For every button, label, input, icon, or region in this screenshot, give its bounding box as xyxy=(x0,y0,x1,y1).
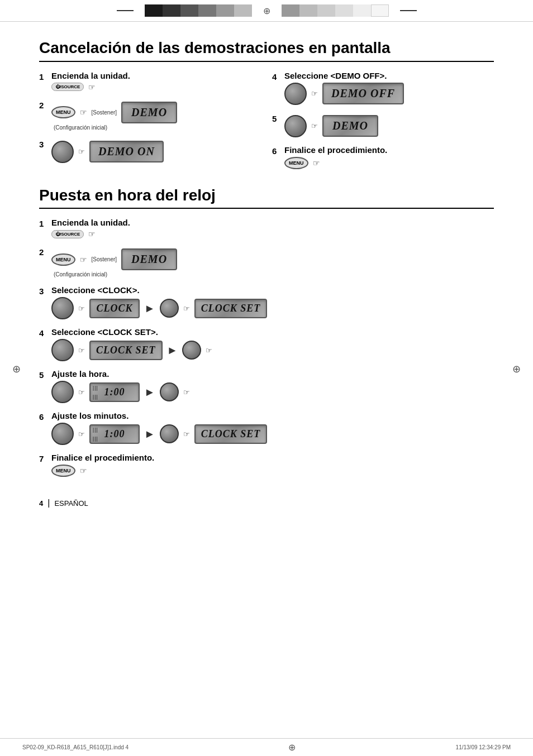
step-4: 4 Seleccione <DEMO OFF>. ☞ DEMO OFF xyxy=(272,71,494,105)
s2-hand-icon-1: ☞ xyxy=(88,229,96,238)
footer-crosshair: ⊕ xyxy=(288,742,296,753)
section1-left: 1 Encienda la unidad. ⏻/SOURCE ☞ 2 MENU … xyxy=(39,71,261,177)
s2-hand-icon-4b: ☞ xyxy=(206,346,212,355)
s2-knob-3b xyxy=(160,299,179,318)
s2-step-inline-6: ☞ ||| 1:00 ||| ► ☞ CLOCK SET xyxy=(51,423,494,445)
s2-knob-4b xyxy=(182,341,201,360)
s2-step-label-5: Ajuste la hora. xyxy=(51,369,494,379)
s2-step-label-4: Seleccione <CLOCK SET>. xyxy=(51,327,494,337)
s2-step-5: 5 Ajuste la hora. ☞ ||| 1:00 ||| ► ☞ xyxy=(39,369,494,403)
s2-step-number-5: 5 xyxy=(39,370,51,380)
step-number-3: 3 xyxy=(39,140,51,149)
s2-menu-button-2: MENU xyxy=(51,253,75,266)
footer-date-info: 11/13/09 12:34:29 PM xyxy=(456,744,511,750)
page-info: 4 | ESPAÑOL xyxy=(0,498,533,508)
swatch xyxy=(317,4,335,17)
s2-step-1: 1 Encienda la unidad. ⏻/SOURCE ☞ xyxy=(39,218,494,238)
s2-step-inline-7: MENU ☞ xyxy=(51,465,494,477)
left-margin-crosshair: ⊕ xyxy=(12,363,21,375)
s2-arrow-3: ► xyxy=(144,302,155,315)
step-number-2: 2 xyxy=(39,101,51,110)
knob-4 xyxy=(284,83,307,105)
s2-hand-icon-5b: ☞ xyxy=(183,388,190,396)
s2-step-label-1: Encienda la unidad. xyxy=(51,218,494,227)
s2-hand-icon-5: ☞ xyxy=(78,388,85,396)
s2-sub-caption-2: (Configuración inicial) xyxy=(51,271,494,277)
s2-arrow-4: ► xyxy=(167,344,178,357)
s2-step-2: 2 MENU ☞ [Sostener] DEMO (Configuración … xyxy=(39,246,494,277)
s2-hand-icon-6: ☞ xyxy=(78,430,85,438)
s2-step-content-2: MENU ☞ [Sostener] DEMO (Configuración in… xyxy=(51,246,494,277)
step-inline-4: ☞ DEMO OFF xyxy=(284,83,494,105)
s2-hand-icon-4: ☞ xyxy=(78,346,85,355)
s2-knob-6 xyxy=(51,423,74,445)
s2-step-content-4: Seleccione <CLOCK SET>. ☞ CLOCK SET ► ☞ xyxy=(51,327,494,361)
top-line-left xyxy=(117,10,134,11)
step-inline-5: ☞ DEMO xyxy=(284,115,494,137)
sub-caption-2: (Configuración inicial) xyxy=(51,125,261,131)
s2-hand-icon-6b: ☞ xyxy=(183,430,190,438)
step-label-4: Seleccione <DEMO OFF>. xyxy=(284,71,494,80)
display-demo-5: DEMO xyxy=(322,115,378,137)
s2-display-demo-2: DEMO xyxy=(121,248,177,270)
s2-knob-5 xyxy=(51,381,74,403)
step-3: 3 ☞ DEMO ON xyxy=(39,138,261,163)
hand-icon-2: ☞ xyxy=(80,108,87,117)
s2-step-label-6: Ajuste los minutos. xyxy=(51,411,494,420)
step-label-1: Encienda la unidad. xyxy=(51,71,261,80)
s2-display-clock-set-3: CLOCK SET xyxy=(194,299,268,318)
s2-hand-icon-3b: ☞ xyxy=(183,304,190,313)
s2-step-content-1: Encienda la unidad. ⏻/SOURCE ☞ xyxy=(51,218,494,238)
s2-step-number-7: 7 xyxy=(39,454,51,463)
right-margin-crosshair: ⊕ xyxy=(512,363,521,375)
s2-knob-3 xyxy=(51,297,74,319)
hand-icon-3: ☞ xyxy=(78,147,85,156)
s2-sostener-text-2: [Sostener] xyxy=(92,256,117,262)
swatch xyxy=(335,4,353,17)
top-line-right xyxy=(400,10,417,11)
s2-display-time-5: ||| 1:00 ||| xyxy=(89,382,140,402)
step-content-5: ☞ DEMO xyxy=(284,113,494,137)
step-label-6: Finalice el procedimiento. xyxy=(284,145,494,155)
swatch xyxy=(180,4,198,17)
swatch xyxy=(145,4,163,17)
source-button: ⏻/SOURCE xyxy=(51,83,84,91)
swatches-left xyxy=(145,4,252,17)
s2-display-clock-set-6: CLOCK SET xyxy=(194,424,268,444)
step-content-2: MENU ☞ [Sostener] DEMO (Configuración in… xyxy=(51,99,261,131)
s2-step-label-7: Finalice el procedimiento. xyxy=(51,453,494,462)
swatch xyxy=(299,4,317,17)
s2-display-clock-3: CLOCK xyxy=(89,299,140,318)
swatch xyxy=(371,4,389,17)
section1-steps: 1 Encienda la unidad. ⏻/SOURCE ☞ 2 MENU … xyxy=(39,71,494,177)
s2-step-number-3: 3 xyxy=(39,286,51,296)
knob-5 xyxy=(284,115,307,137)
s2-step-content-3: Seleccione <CLOCK>. ☞ CLOCK ► ☞ CLOCK SE… xyxy=(51,285,494,319)
hand-icon-6: ☞ xyxy=(313,159,320,168)
s2-step-number-1: 1 xyxy=(39,219,51,228)
section1-title: Cancelación de las demostraciones en pan… xyxy=(39,39,494,58)
step-2: 2 MENU ☞ [Sostener] DEMO (Configuración … xyxy=(39,99,261,131)
crosshair-symbol: ⊕ xyxy=(263,6,270,16)
section2-title: Puesta en hora del reloj xyxy=(39,186,494,205)
s2-step-4: 4 Seleccione <CLOCK SET>. ☞ CLOCK SET ► … xyxy=(39,327,494,361)
s2-display-time-6: ||| 1:00 ||| xyxy=(89,424,140,444)
main-content: Cancelación de las demostraciones en pan… xyxy=(0,22,533,496)
section1-right: 4 Seleccione <DEMO OFF>. ☞ DEMO OFF 5 xyxy=(272,71,494,177)
hand-icon-4: ☞ xyxy=(311,89,318,98)
step-1: 1 Encienda la unidad. ⏻/SOURCE ☞ xyxy=(39,71,261,92)
s2-step-number-2: 2 xyxy=(39,247,51,257)
top-bar: ⊕ xyxy=(0,0,533,22)
s2-knob-5b xyxy=(160,382,179,401)
s2-step-content-7: Finalice el procedimiento. MENU ☞ xyxy=(51,453,494,477)
s2-step-inline-4: ☞ CLOCK SET ► ☞ xyxy=(51,339,494,361)
swatches-right xyxy=(282,4,389,17)
s2-hand-icon-3: ☞ xyxy=(78,304,85,313)
step-5: 5 ☞ DEMO xyxy=(272,113,494,137)
s2-step-3: 3 Seleccione <CLOCK>. ☞ CLOCK ► ☞ CLOCK … xyxy=(39,285,494,319)
s2-hand-icon-7: ☞ xyxy=(80,466,87,475)
step-content-4: Seleccione <DEMO OFF>. ☞ DEMO OFF xyxy=(284,71,494,105)
swatch xyxy=(163,4,180,17)
s2-step-number-6: 6 xyxy=(39,412,51,422)
s2-source-button-1: ⏻/SOURCE xyxy=(51,230,84,238)
